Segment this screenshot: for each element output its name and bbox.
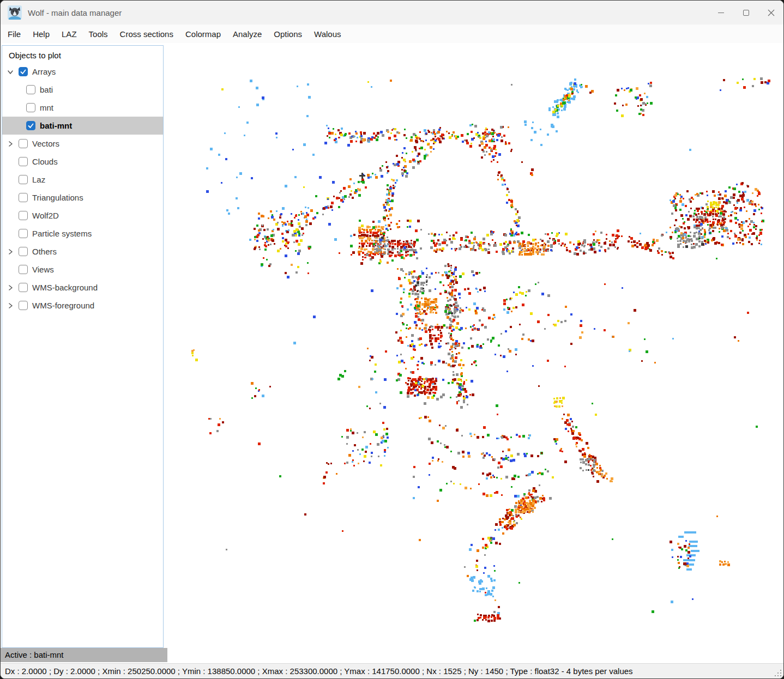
checkbox-clouds[interactable] <box>19 157 28 166</box>
tree-expander-slot <box>7 122 19 130</box>
tree-expander-slot <box>7 176 19 184</box>
tree-expander[interactable] <box>7 302 19 310</box>
maximize-button[interactable] <box>733 1 758 25</box>
menu-item-analyze[interactable]: Analyze <box>227 27 268 41</box>
chevron-right-icon <box>7 140 14 148</box>
checkbox-bati[interactable] <box>26 85 35 94</box>
tree-item-label: WMS-background <box>32 283 98 292</box>
caption-buttons <box>708 1 783 25</box>
tree-expander-slot <box>7 230 19 238</box>
tree-expander-slot <box>7 212 19 220</box>
checkbox-mnt[interactable] <box>26 103 35 112</box>
tree-expander-slot <box>7 86 19 94</box>
checkbox-bati-mnt[interactable] <box>26 121 35 130</box>
tree-item-vectors[interactable]: Vectors <box>2 135 163 153</box>
resize-grip[interactable] <box>775 670 782 677</box>
menu-item-laz[interactable]: LAZ <box>56 27 83 41</box>
checkbox-wms-foreground[interactable] <box>19 301 28 310</box>
wolf-icon <box>8 5 22 20</box>
tree-item-views[interactable]: Views <box>2 260 163 278</box>
checkbox-vectors[interactable] <box>19 139 28 148</box>
tree-expander-slot <box>7 266 19 274</box>
grid-info-text: Dx : 2.0000 ; Dy : 2.0000 ; Xmin : 25025… <box>5 666 633 676</box>
title-bar: Wolf - main data manager <box>1 1 783 25</box>
menu-item-tools[interactable]: Tools <box>83 27 114 41</box>
tree-item-particle-systems[interactable]: Particle systems <box>2 225 163 242</box>
tree-expander-slot <box>7 194 19 202</box>
tree-item-label: Clouds <box>32 157 58 166</box>
objects-panel-title: Objects to plot <box>2 46 163 61</box>
tree-item-label: Laz <box>32 175 45 184</box>
menu-item-file[interactable]: File <box>2 27 27 41</box>
checkbox-arrays[interactable] <box>19 67 28 76</box>
tree-item-label: mnt <box>40 103 53 112</box>
tree-item-label: Particle systems <box>32 229 92 238</box>
tree-expander[interactable] <box>7 284 19 292</box>
checkbox-triangulations[interactable] <box>19 193 28 202</box>
check-icon <box>27 122 34 129</box>
tree-item-label: Triangulations <box>32 193 83 202</box>
tree-item-wms-foreground[interactable]: WMS-foreground <box>2 296 163 314</box>
app-window: Wolf - main data manager FileHelpLAZTool… <box>0 0 784 679</box>
menu-item-options[interactable]: Options <box>268 27 308 41</box>
map-canvas[interactable] <box>164 43 784 664</box>
minimize-button[interactable] <box>708 1 733 25</box>
tree-item-label: WMS-foreground <box>32 301 94 310</box>
checkbox-others[interactable] <box>19 247 28 256</box>
chevron-right-icon <box>7 302 14 310</box>
maximize-icon <box>743 10 749 16</box>
tree-expander[interactable] <box>7 140 19 148</box>
checkbox-wms-background[interactable] <box>19 283 28 292</box>
tree-item-mnt[interactable]: mnt <box>2 99 163 117</box>
tree-item-label: Views <box>32 265 54 274</box>
tree-item-laz[interactable]: Laz <box>2 171 163 189</box>
minimize-icon <box>718 13 724 13</box>
window-title: Wolf - main data manager <box>28 8 122 17</box>
tree-item-label: Others <box>32 247 57 256</box>
tree-item-triangulations[interactable]: Triangulations <box>2 189 163 207</box>
checkbox-wolf2d[interactable] <box>19 211 28 220</box>
tree-item-wolf2d[interactable]: Wolf2D <box>2 207 163 225</box>
close-button[interactable] <box>758 1 783 25</box>
chevron-right-icon <box>7 248 14 256</box>
menu-item-cross-sections[interactable]: Cross sections <box>114 27 179 41</box>
checkbox-particle-systems[interactable] <box>19 229 28 238</box>
check-icon <box>20 68 27 75</box>
menu-item-help[interactable]: Help <box>27 27 56 41</box>
tree-item-wms-background[interactable]: WMS-background <box>2 278 163 296</box>
active-object-bar: Active : bati-mnt <box>1 648 167 662</box>
checkbox-laz[interactable] <box>19 175 28 184</box>
tree-item-arrays[interactable]: Arrays <box>2 63 163 81</box>
chevron-right-icon <box>7 284 14 292</box>
objects-tree: Arraysbatimntbati-mntVectorsCloudsLazTri… <box>2 63 163 314</box>
tree-item-label: bati-mnt <box>40 121 72 130</box>
tree-expander[interactable] <box>7 248 19 256</box>
close-icon <box>768 9 775 16</box>
tree-expander[interactable] <box>7 68 19 76</box>
tree-expander-slot <box>7 158 19 166</box>
tree-expander-slot <box>7 104 19 112</box>
tree-item-others[interactable]: Others <box>2 242 163 260</box>
tree-item-label: Arrays <box>32 67 56 76</box>
objects-panel: Objects to plot Arraysbatimntbati-mntVec… <box>2 45 164 648</box>
tree-item-label: Vectors <box>32 139 59 148</box>
chevron-down-icon <box>7 68 14 76</box>
menu-item-walous[interactable]: Walous <box>308 27 347 41</box>
status-bar: Dx : 2.0000 ; Dy : 2.0000 ; Xmin : 25025… <box>1 663 783 678</box>
tree-item-label: bati <box>40 85 53 94</box>
tree-item-clouds[interactable]: Clouds <box>2 153 163 171</box>
menu-bar: FileHelpLAZToolsCross sectionsColormapAn… <box>1 25 783 43</box>
tree-item-label: Wolf2D <box>32 211 59 220</box>
tree-item-bati-mnt[interactable]: bati-mnt <box>2 117 163 135</box>
tree-item-bati[interactable]: bati <box>2 81 163 99</box>
checkbox-views[interactable] <box>19 265 28 274</box>
menu-item-colormap[interactable]: Colormap <box>179 27 227 41</box>
